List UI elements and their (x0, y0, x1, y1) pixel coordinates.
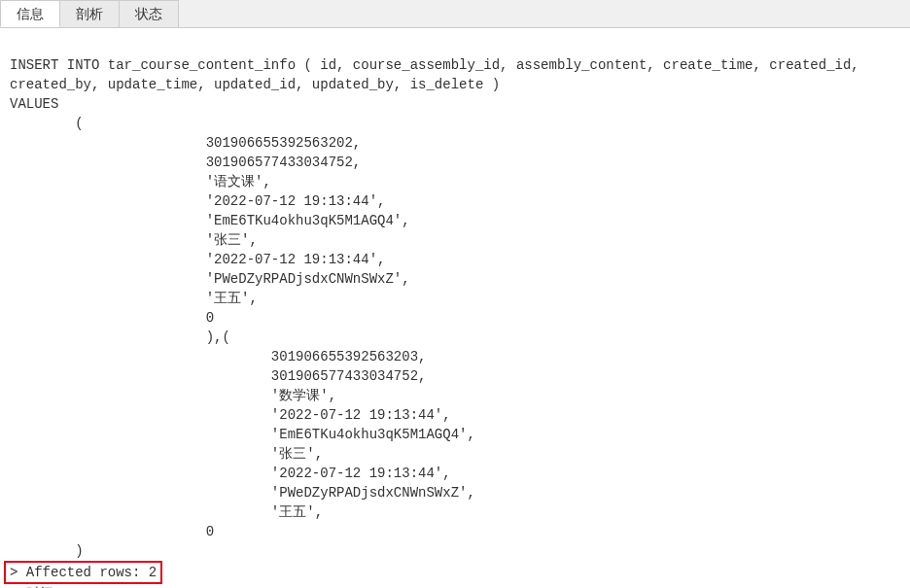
sql-value: 'PWeDZyRPADjsdxCNWnSWxZ', (10, 485, 475, 501)
sql-value: 301906655392563202, (10, 135, 361, 151)
affected-rows: > Affected rows: 2 (10, 565, 157, 580)
sql-line: VALUES (10, 96, 58, 112)
sql-value: 'EmE6TKu4okhu3qK5M1AGQ4', (10, 213, 410, 228)
tab-status[interactable]: 状态 (119, 0, 179, 27)
sql-value: 301906577433034752, (10, 155, 361, 170)
affected-rows-highlight: > Affected rows: 2 (4, 561, 162, 584)
sql-value: 'PWeDZyRPADjsdxCNWnSWxZ', (10, 271, 410, 287)
sql-value: ),( (10, 329, 230, 345)
sql-value: 0 (10, 524, 214, 539)
sql-value: '语文课', (10, 174, 271, 190)
message-content: INSERT INTO tar_course_content_info ( id… (0, 28, 910, 588)
sql-value: 301906655392563203, (10, 349, 426, 364)
sql-value: '王五', (10, 291, 258, 306)
sql-value: '张三', (10, 232, 258, 248)
sql-value: 'EmE6TKu4okhu3qK5M1AGQ4', (10, 427, 475, 442)
sql-value: 0 (10, 310, 214, 326)
sql-line: ) (10, 543, 84, 559)
sql-value: '2022-07-12 19:13:44', (10, 466, 451, 481)
sql-value: 301906577433034752, (10, 368, 426, 384)
tab-profile[interactable]: 剖析 (59, 0, 120, 27)
sql-line: created_by, update_time, updated_id, upd… (10, 77, 500, 92)
sql-value: '张三', (10, 446, 323, 462)
tab-bar: 信息 剖析 状态 (0, 0, 910, 28)
sql-value: '2022-07-12 19:13:44', (10, 252, 385, 267)
sql-value: '2022-07-12 19:13:44', (10, 407, 451, 423)
tab-info[interactable]: 信息 (0, 0, 60, 27)
sql-line: INSERT INTO tar_course_content_info ( id… (10, 57, 859, 73)
sql-value: '数学课', (10, 388, 336, 403)
sql-value: '2022-07-12 19:13:44', (10, 193, 385, 209)
sql-value: '王五', (10, 504, 323, 520)
sql-line: ( (10, 116, 84, 131)
